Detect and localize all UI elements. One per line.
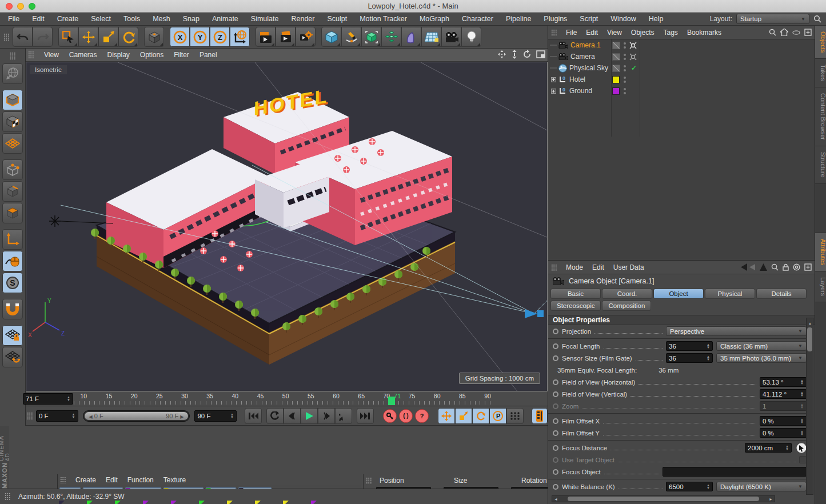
object-name[interactable]: Camera	[570, 53, 595, 61]
attributes-hscrollbar[interactable]: ◄►	[552, 495, 775, 502]
start-frame-field[interactable]: 0 F▲▼	[36, 410, 78, 422]
record-pla-toggle[interactable]	[506, 408, 524, 424]
current-frame-field[interactable]: 71 F ▲▼	[23, 393, 73, 405]
attr-value-field[interactable]: 41.112 °▲▼	[760, 389, 807, 399]
scale-tool[interactable]	[98, 27, 118, 47]
add-spline-button[interactable]	[341, 27, 361, 47]
viewport-menu-filter[interactable]: Filter	[174, 51, 189, 59]
keyframe-selection-button[interactable]: ?	[415, 409, 429, 423]
texture-mode-button[interactable]	[2, 111, 23, 132]
edges-mode-button[interactable]	[2, 181, 23, 202]
menu-simulate[interactable]: Simulate	[251, 15, 279, 23]
animation-dot[interactable]	[553, 391, 558, 397]
timeline-playhead[interactable]	[388, 397, 395, 405]
visibility-dots[interactable]	[624, 54, 626, 60]
menu-animate[interactable]: Animate	[212, 15, 238, 23]
attr-value-field[interactable]: 36▲▼	[666, 353, 713, 363]
materials-menu-texture[interactable]: Texture	[163, 476, 186, 484]
om-home-icon[interactable]	[780, 29, 788, 36]
points-mode-button[interactable]	[2, 159, 23, 180]
attr-preset-dropdown[interactable]: Daylight (6500 K)▼	[716, 482, 807, 491]
object-name[interactable]: Ground	[569, 87, 592, 95]
next-frame-button[interactable]	[318, 408, 335, 424]
end-frame-field[interactable]: 90 F▲▼	[194, 410, 237, 422]
render-view-button[interactable]	[256, 27, 276, 47]
polygons-mode-button[interactable]	[2, 203, 23, 223]
menu-help[interactable]: Help	[649, 15, 664, 23]
panel-tab-structure[interactable]: Structure	[815, 146, 826, 184]
animation-dot[interactable]	[553, 418, 558, 424]
frame-range-slider[interactable]: ◀ 0 F 90 F ▶	[83, 410, 190, 422]
attr-dropdown[interactable]: Perspective▼	[666, 326, 807, 336]
am-target-icon[interactable]	[793, 263, 800, 271]
attributes-menu-mode[interactable]: Mode	[566, 263, 583, 271]
menu-sculpt[interactable]: Sculpt	[327, 15, 347, 23]
make-editable-button[interactable]	[2, 63, 23, 84]
animation-dot[interactable]	[553, 329, 558, 334]
texture-tag-box[interactable]	[612, 42, 620, 49]
am-up-icon[interactable]	[760, 263, 767, 271]
tab-coord-[interactable]: Coord.	[602, 289, 652, 299]
object-name[interactable]: Hotel	[569, 75, 585, 83]
focus-picker-icon[interactable]	[796, 443, 807, 453]
timeline-ruler[interactable]: 05101520253035404550556065707580859071 7…	[26, 391, 548, 406]
render-to-picture-viewer-button[interactable]	[276, 27, 296, 47]
camera-view-label[interactable]: Isometric	[30, 65, 67, 74]
viewport-canvas[interactable]: Isometric Grid Spacing : 1000 cm	[26, 62, 548, 391]
om-path-icon[interactable]	[792, 30, 800, 35]
tweak-mode-button[interactable]	[2, 251, 23, 271]
view-rotate-icon[interactable]	[522, 50, 532, 59]
layout-select[interactable]: Startup▼	[736, 14, 809, 24]
menu-plugins[interactable]: Plugins	[544, 15, 567, 23]
object-name[interactable]: Physical Sky	[569, 64, 608, 72]
menu-create[interactable]: Create	[57, 15, 79, 23]
attr-value-field[interactable]: 2000 cm▲▼	[745, 443, 792, 453]
visibility-dots[interactable]	[624, 88, 626, 94]
object-properties-header[interactable]: Object Properties	[548, 315, 815, 325]
layer-color-swatch[interactable]	[612, 87, 620, 95]
object-manager-menu-file[interactable]: File	[566, 29, 577, 37]
goto-start-button[interactable]	[245, 408, 262, 424]
magnet-snap-button[interactable]	[2, 299, 23, 319]
view-pan-icon[interactable]	[497, 50, 506, 59]
menu-script[interactable]: Script	[580, 15, 598, 23]
move-tool[interactable]	[78, 27, 98, 47]
tab-composition[interactable]: Composition	[602, 301, 651, 311]
object-row-hotel[interactable]: 0Hotel	[548, 74, 815, 85]
menu-character[interactable]: Character	[462, 15, 493, 23]
object-row-physical-sky[interactable]: Physical Sky✓	[548, 62, 815, 74]
materials-menu-function[interactable]: Function	[127, 476, 154, 484]
tab-details[interactable]: Details	[756, 289, 807, 299]
animation-dot[interactable]	[553, 457, 558, 463]
add-cube-button[interactable]	[321, 27, 341, 47]
object-manager-menu-view[interactable]: View	[607, 29, 622, 37]
menu-select[interactable]: Select	[91, 15, 111, 23]
model-mode-button[interactable]	[2, 90, 23, 110]
lock-x-axis-button[interactable]: X	[170, 27, 190, 47]
object-row-ground[interactable]: 0Ground	[548, 85, 815, 97]
view-zoom-icon[interactable]	[511, 50, 518, 59]
object-row-camera[interactable]: Camera	[548, 51, 815, 62]
om-search-icon[interactable]	[769, 29, 776, 36]
tab-basic[interactable]: Basic	[550, 289, 601, 299]
previous-frame-button[interactable]	[284, 408, 301, 424]
play-button[interactable]	[301, 408, 318, 424]
panel-tab-takes[interactable]: Takes	[815, 59, 826, 87]
render-preview-button[interactable]	[532, 408, 548, 424]
record-parameter-toggle[interactable]: P	[489, 408, 506, 424]
viewport-menu-display[interactable]: Display	[107, 51, 129, 59]
materials-menu-create[interactable]: Create	[75, 476, 96, 484]
layer-color-swatch[interactable]	[612, 76, 620, 83]
search-icon[interactable]	[813, 15, 821, 23]
animation-dot[interactable]	[553, 343, 558, 349]
animation-dot[interactable]	[553, 469, 558, 475]
animation-dot[interactable]	[553, 403, 558, 409]
visibility-dots[interactable]	[624, 42, 626, 49]
rotate-tool[interactable]	[118, 27, 138, 47]
menu-snap[interactable]: Snap	[183, 15, 199, 23]
record-rotation-toggle[interactable]	[472, 408, 489, 424]
attributes-menu-user-data[interactable]: User Data	[613, 263, 644, 271]
goto-end-button[interactable]	[357, 408, 374, 424]
menu-file[interactable]: File	[8, 15, 19, 23]
attr-preset-dropdown[interactable]: Classic (36 mm)▼	[716, 341, 807, 351]
